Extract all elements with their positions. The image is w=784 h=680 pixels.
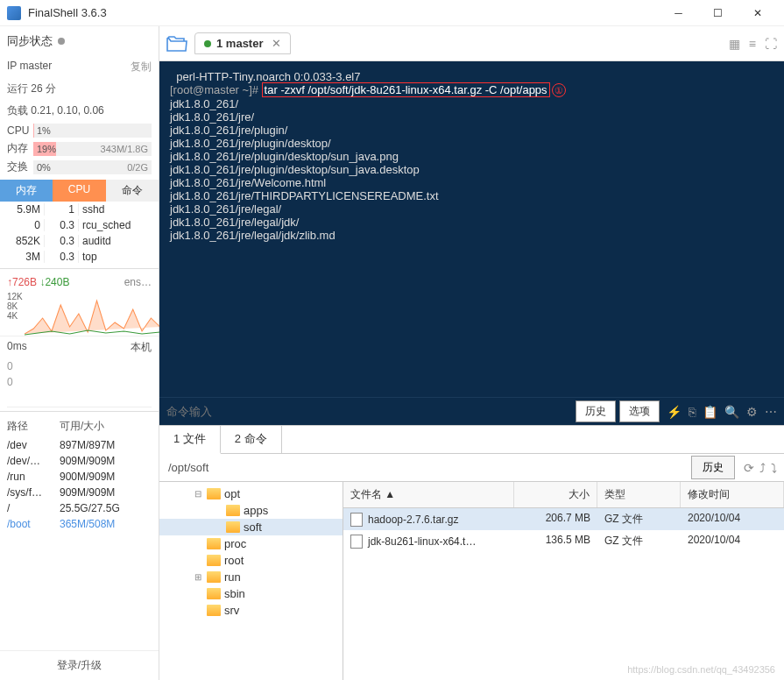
search-icon[interactable]: 🔍 bbox=[724, 405, 739, 419]
mem-bar: 19% 343M/1.8G bbox=[33, 142, 152, 156]
window-title: FinalShell 3.6.3 bbox=[28, 6, 659, 19]
folder-icon bbox=[207, 488, 221, 499]
cpu-bar: 1% bbox=[33, 124, 152, 138]
command-input[interactable] bbox=[166, 405, 572, 418]
latency-chart bbox=[7, 390, 152, 407]
tab-cpu[interactable]: CPU bbox=[53, 180, 105, 202]
upload-icon[interactable]: ⤴ bbox=[759, 461, 766, 475]
bolt-icon[interactable]: ⚡ bbox=[667, 405, 682, 419]
paste-icon[interactable]: 📋 bbox=[703, 405, 717, 419]
folder-icon bbox=[226, 505, 240, 516]
tree-item[interactable]: srv bbox=[159, 602, 343, 619]
titlebar: FinalShell 3.6.3 ─ ☐ ✕ bbox=[0, 0, 784, 26]
col-type-header[interactable]: 类型 bbox=[597, 482, 681, 507]
copy-button[interactable]: 复制 bbox=[131, 60, 152, 74]
latency-label: 0ms bbox=[7, 340, 27, 355]
sidebar: 同步状态 IP master 复制 运行 26 分 负载 0.21, 0.10,… bbox=[0, 26, 159, 680]
runtime-label: 运行 26 分 bbox=[0, 78, 159, 100]
watermark: https://blog.csdn.net/qq_43492356 bbox=[627, 664, 775, 675]
col-name-header[interactable]: 文件名 ▲ bbox=[343, 482, 514, 507]
tree-item[interactable]: ⊞run bbox=[159, 569, 343, 585]
tree-item[interactable]: proc bbox=[159, 535, 343, 552]
swap-label: 交换 bbox=[7, 159, 33, 174]
folder-tree[interactable]: ⊟opt apps soft proc root ⊞run sbin srv bbox=[159, 482, 343, 680]
network-chart: 12K 8K 4K bbox=[7, 292, 152, 336]
tab-memory[interactable]: 内存 bbox=[0, 180, 53, 202]
history-button[interactable]: 历史 bbox=[576, 400, 616, 422]
gear-icon[interactable]: ⚙ bbox=[746, 405, 758, 419]
tab-close-icon[interactable]: ✕ bbox=[272, 37, 281, 50]
tree-item[interactable]: apps bbox=[159, 502, 343, 519]
copy-icon[interactable]: ⎘ bbox=[689, 405, 696, 419]
expand-icon[interactable]: ⛶ bbox=[765, 37, 777, 51]
path-input[interactable]: /opt/soft bbox=[159, 456, 689, 479]
tree-item[interactable]: ⊟opt bbox=[159, 485, 343, 502]
tab-command[interactable]: 命令 bbox=[106, 180, 159, 202]
disk-usage-header: 可用/大小 bbox=[60, 419, 104, 434]
col-size-header[interactable]: 大小 bbox=[514, 482, 597, 507]
path-history-button[interactable]: 历史 bbox=[691, 456, 735, 479]
minimize-button[interactable]: ─ bbox=[659, 0, 698, 26]
login-button[interactable]: 登录/升级 bbox=[0, 650, 159, 680]
tab-files[interactable]: 1 文件 bbox=[159, 426, 221, 454]
file-row[interactable]: jdk-8u261-linux-x64.t… 136.5 MB GZ 文件 20… bbox=[343, 530, 784, 552]
sync-dot-icon bbox=[58, 38, 65, 45]
refresh-icon[interactable]: ⟳ bbox=[744, 461, 754, 475]
sync-label: 同步状态 bbox=[7, 33, 53, 49]
close-button[interactable]: ✕ bbox=[738, 0, 777, 26]
terminal[interactable]: perl-HTTP-Tiny.noarch 0:0.033-3.el7 [roo… bbox=[159, 61, 784, 425]
file-list: 文件名 ▲ 大小 类型 修改时间 hadoop-2.7.6.tar.gz 206… bbox=[343, 482, 784, 680]
load-label: 负载 0.21, 0.10, 0.06 bbox=[0, 100, 159, 122]
tree-item-selected[interactable]: soft bbox=[159, 519, 343, 535]
options-button[interactable]: 选项 bbox=[619, 400, 660, 422]
grid-icon[interactable]: ▦ bbox=[729, 37, 740, 51]
command-bar: 历史 选项 ⚡ ⎘ 📋 🔍 ⚙ ⋯ bbox=[159, 397, 784, 425]
disk-path-header: 路径 bbox=[7, 419, 60, 434]
ip-label: IP master bbox=[7, 60, 52, 74]
file-icon bbox=[350, 513, 363, 527]
cpu-label: CPU bbox=[7, 124, 33, 137]
mem-label: 内存 bbox=[7, 141, 33, 156]
folder-icon bbox=[207, 555, 221, 566]
folder-open-icon[interactable] bbox=[166, 36, 187, 52]
folder-icon bbox=[207, 605, 221, 616]
swap-bar: 0% 0/2G bbox=[33, 160, 152, 174]
tab-commands[interactable]: 2 命令 bbox=[221, 426, 282, 453]
tree-item[interactable]: root bbox=[159, 552, 343, 569]
sync-status: 同步状态 bbox=[0, 26, 159, 56]
status-dot-icon bbox=[204, 40, 211, 47]
list-icon[interactable]: ≡ bbox=[749, 37, 756, 51]
file-icon bbox=[350, 535, 363, 549]
download-icon[interactable]: ⤵ bbox=[771, 461, 777, 475]
tree-item[interactable]: sbin bbox=[159, 585, 343, 602]
network-row: ↑726B ↓240B ens… bbox=[0, 273, 159, 292]
file-pane: 1 文件 2 命令 /opt/soft 历史 ⟳ ⤴ ⤵ ⊟opt apps s… bbox=[159, 425, 784, 680]
more-icon[interactable]: ⋯ bbox=[765, 405, 777, 419]
highlighted-command: tar -zxvf /opt/soft/jdk-8u261-linux-x64.… bbox=[262, 82, 550, 97]
app-logo-icon bbox=[7, 6, 21, 20]
maximize-button[interactable]: ☐ bbox=[698, 0, 738, 26]
tab-master[interactable]: 1 master ✕ bbox=[194, 32, 291, 54]
host-label: 本机 bbox=[131, 340, 152, 355]
process-table: 5.9M1sshd 00.3rcu_sched 852K0.3auditd 3M… bbox=[0, 202, 159, 265]
tab-bar: 1 master ✕ ▦ ≡ ⛶ bbox=[159, 26, 784, 61]
file-row[interactable]: hadoop-2.7.6.tar.gz 206.7 MB GZ 文件 2020/… bbox=[343, 508, 784, 530]
folder-icon bbox=[207, 538, 221, 549]
folder-icon bbox=[207, 571, 221, 583]
folder-icon bbox=[207, 588, 221, 599]
disk-table: /dev897M/897M /dev/…909M/909M /run900M/9… bbox=[0, 437, 159, 532]
col-date-header[interactable]: 修改时间 bbox=[681, 482, 784, 507]
folder-icon bbox=[226, 521, 240, 533]
marker-1-icon: ① bbox=[552, 83, 566, 97]
